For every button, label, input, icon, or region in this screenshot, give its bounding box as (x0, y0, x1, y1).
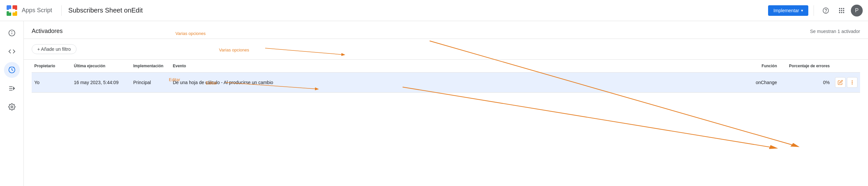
cell-porcentaje: 0% (780, 72, 832, 93)
help-button[interactable] (819, 4, 832, 17)
activadores-header: Activadores Varias opciones Se muestran … (24, 21, 868, 39)
sidebar-item-executions[interactable] (4, 81, 20, 96)
help-icon (823, 7, 829, 14)
sidebar-item-triggers[interactable] (4, 62, 20, 78)
project-title: Subscribers Sheet onEdit (68, 7, 764, 14)
col-header-evento: Evento (170, 60, 740, 72)
table-row: Yo 16 may 2023, 5:44:09 Principal De una… (32, 72, 860, 93)
svg-point-21 (852, 82, 852, 83)
implementar-label: Implementar (773, 8, 799, 13)
clock-icon (8, 66, 16, 73)
header-right: Implementar ▾ P (768, 4, 863, 17)
cell-actions (832, 72, 860, 93)
col-header-ultima: Última ejecución (71, 60, 131, 72)
add-filter-label: + Añade un filtro (37, 46, 71, 52)
sidebar-item-settings[interactable] (4, 99, 20, 115)
col-header-propietario: Propietario (32, 60, 71, 72)
triggers-table: Propietario Última ejecución Implementac… (32, 60, 860, 93)
col-header-funcion: Función (740, 60, 780, 72)
app-title: Apps Script (22, 7, 52, 14)
sidebar-item-info[interactable] (4, 25, 20, 41)
col-header-actions (832, 60, 860, 72)
sidebar-item-code[interactable] (4, 43, 20, 59)
activadores-count: Se muestran 1 activador (810, 29, 860, 34)
activadores-title: Activadores (32, 28, 63, 35)
cell-propietario: Yo (32, 72, 71, 93)
svg-text:⌨: ⌨ (8, 8, 15, 13)
code-icon (8, 48, 16, 55)
col-header-implementacion: Implementación (131, 60, 170, 72)
main-layout: Varias opciones Editar Activadores Varia… (0, 21, 868, 186)
implementar-button[interactable]: Implementar ▾ (768, 5, 808, 16)
executions-icon (8, 85, 16, 92)
info-icon (8, 29, 16, 37)
svg-point-15 (11, 106, 13, 108)
table-header-row: Propietario Última ejecución Implementac… (32, 60, 860, 72)
header-divider (61, 5, 62, 16)
col-header-porcentaje: Porcentaje de errores (780, 60, 832, 72)
svg-point-22 (852, 84, 852, 84)
app-header: ⌨ Apps Script Subscribers Sheet onEdit I… (0, 0, 868, 21)
filter-row: + Añade un filtro Editar (24, 39, 868, 60)
apps-grid-button[interactable] (835, 4, 848, 17)
more-vertical-icon (849, 80, 855, 85)
more-options-button[interactable] (847, 77, 858, 88)
cell-evento: De una hoja de cálculo - Al producirse u… (170, 72, 740, 93)
apps-script-logo: ⌨ (5, 4, 19, 17)
cell-funcion: onChange (740, 72, 780, 93)
svg-marker-14 (13, 87, 14, 89)
table-container: Propietario Última ejecución Implementac… (24, 60, 868, 93)
grid-icon (839, 8, 844, 13)
pencil-icon (838, 80, 843, 85)
logo-area: ⌨ Apps Script (5, 4, 52, 17)
cell-implementacion: Principal (131, 72, 170, 93)
edit-trigger-button[interactable] (835, 77, 845, 88)
gear-icon (8, 103, 16, 111)
cell-ultima: 16 may 2023, 5:44:09 (71, 72, 131, 93)
user-avatar[interactable]: P (851, 5, 863, 17)
sidebar (0, 21, 24, 186)
svg-point-20 (852, 81, 852, 81)
svg-line-17 (403, 87, 776, 148)
implementar-chevron-icon: ▾ (801, 8, 803, 13)
add-filter-button[interactable]: + Añade un filtro (32, 44, 76, 54)
content-area: Varias opciones Editar Activadores Varia… (24, 21, 868, 186)
